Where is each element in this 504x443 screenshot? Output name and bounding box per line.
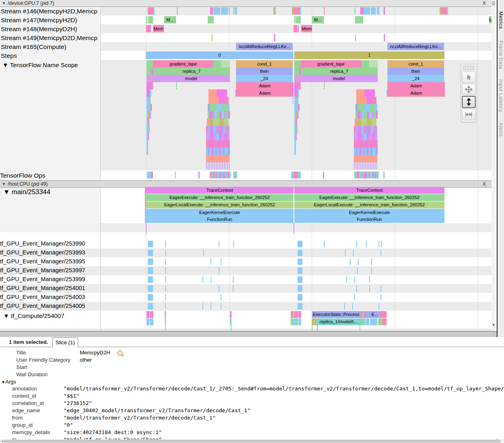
trace-bar[interactable]: [364, 318, 366, 325]
trace-bar[interactable]: ncclAllReduceRingLLKe...: [387, 43, 444, 50]
trace-bar[interactable]: [149, 111, 151, 119]
trace-bar[interactable]: [221, 294, 221, 301]
trace-bar[interactable]: [296, 25, 298, 32]
trace-bar[interactable]: [350, 259, 351, 265]
trace-bar[interactable]: [298, 89, 299, 97]
trace-bar[interactable]: [359, 162, 359, 170]
row-label[interactable]: Stream #165(Compute): [1, 43, 100, 51]
trace-bar[interactable]: EagerKernelExecute: [294, 209, 444, 216]
trace-bar[interactable]: [294, 68, 299, 75]
sidebar-tab-input-latency[interactable]: Input Latency: [498, 79, 504, 112]
trace-bar[interactable]: [375, 133, 377, 140]
trace-bar[interactable]: [294, 75, 298, 82]
trace-bar[interactable]: [298, 250, 302, 256]
trace-bar[interactable]: [228, 126, 230, 133]
trace-bar[interactable]: [147, 172, 151, 178]
trace-bar[interactable]: [233, 285, 234, 292]
trace-bar[interactable]: 0: [146, 51, 293, 59]
trace-bar[interactable]: [221, 60, 230, 68]
trace-bar[interactable]: [376, 148, 378, 155]
trace-bar[interactable]: [297, 97, 298, 104]
trace-bar[interactable]: [231, 325, 232, 331]
trace-bar[interactable]: [357, 162, 358, 170]
trace-bar[interactable]: [366, 311, 369, 318]
trace-bar[interactable]: [294, 7, 300, 15]
trace-bar[interactable]: [372, 162, 372, 170]
trace-bar[interactable]: [217, 104, 222, 111]
trace-bar[interactable]: [376, 111, 378, 119]
trace-bar[interactable]: [353, 250, 354, 256]
trace-bar[interactable]: [202, 276, 203, 283]
trace-bar[interactable]: cond_1: [236, 60, 293, 68]
trace-bar[interactable]: [364, 89, 375, 97]
args-section-header[interactable]: ▼Args: [1, 379, 16, 385]
trace-bar[interactable]: [359, 325, 360, 331]
trace-bar[interactable]: [366, 318, 369, 325]
row-label[interactable]: tf_GPU_Event_Manager/253997: [0, 267, 100, 273]
trace-bar[interactable]: EagerKernelExecute: [146, 209, 293, 216]
trace-bar[interactable]: [312, 325, 313, 331]
trace-bar[interactable]: [148, 259, 153, 265]
trace-bar[interactable]: [165, 285, 166, 292]
trace-bar[interactable]: [230, 318, 232, 325]
trace-bar[interactable]: [211, 303, 211, 309]
trace-bar[interactable]: [361, 119, 367, 126]
trace-bar[interactable]: [354, 162, 355, 170]
trace-bar[interactable]: [298, 294, 302, 301]
trace-bar[interactable]: gradient_tape: [153, 60, 213, 68]
trace-bar[interactable]: [209, 162, 210, 170]
trace-bar[interactable]: [230, 311, 232, 318]
trace-bar[interactable]: [221, 7, 228, 15]
trace-bar[interactable]: [208, 16, 214, 23]
trace-bar[interactable]: replica_1/model/t...: [316, 318, 361, 325]
trace-bar[interactable]: replica_7: [153, 68, 230, 75]
row-label[interactable]: TensorFlow Ops: [0, 172, 100, 179]
trace-bar[interactable]: [224, 119, 229, 126]
trace-bar[interactable]: [165, 250, 166, 256]
trace-bar[interactable]: ExecutorState::Process: [312, 311, 361, 318]
trace-bar[interactable]: Mem: [153, 25, 164, 32]
trace-bar[interactable]: [217, 162, 218, 170]
trace-bar[interactable]: [371, 259, 372, 265]
trace-bar[interactable]: [294, 16, 296, 23]
trace-bar[interactable]: [381, 285, 381, 292]
trace-bar[interactable]: [357, 119, 361, 126]
trace-bar[interactable]: [354, 133, 358, 140]
trace-bar[interactable]: [219, 267, 219, 274]
trace-bar[interactable]: [206, 155, 230, 162]
trace-bar[interactable]: [221, 162, 221, 170]
trace-bar[interactable]: [202, 303, 203, 309]
row-label[interactable]: Stream #146(MemcpyH2D,Memcp: [1, 8, 100, 15]
trace-bar[interactable]: [298, 25, 299, 32]
trace-bar[interactable]: [371, 267, 372, 274]
trace-bar[interactable]: [382, 318, 387, 325]
trace-bar[interactable]: [147, 68, 151, 75]
trace-bar[interactable]: [233, 7, 234, 15]
trace-bar[interactable]: EagerExecute: __inference_train_function…: [146, 194, 293, 201]
trace-bar[interactable]: [369, 60, 378, 68]
trace-bar[interactable]: [198, 172, 199, 178]
trace-bar[interactable]: [441, 7, 447, 15]
trace-bar[interactable]: [229, 162, 230, 170]
trace-bar[interactable]: [165, 318, 166, 325]
trace-bar[interactable]: TraceContext: [294, 187, 444, 194]
trace-bar[interactable]: [354, 276, 355, 283]
trace-bar[interactable]: [364, 7, 370, 15]
trace-bar[interactable]: [296, 318, 298, 325]
trace-bar[interactable]: [235, 172, 237, 178]
trace-bar[interactable]: [312, 318, 316, 325]
trace-bar[interactable]: 1: [294, 51, 444, 59]
trace-bar[interactable]: [372, 97, 376, 104]
trace-bar[interactable]: [298, 311, 301, 318]
trace-bar[interactable]: [369, 285, 370, 292]
collapse-triangle-icon[interactable]: ▼: [2, 1, 6, 5]
trace-bar[interactable]: [146, 16, 147, 23]
trace-bar[interactable]: [274, 34, 275, 41]
trace-bar[interactable]: [376, 162, 377, 170]
trace-bar[interactable]: [147, 60, 153, 68]
trace-bar[interactable]: [210, 133, 213, 140]
trace-bar[interactable]: replica_7: [301, 68, 378, 75]
trace-bar[interactable]: then: [387, 68, 444, 75]
trace-bar[interactable]: [300, 7, 301, 15]
trace-bar[interactable]: [148, 276, 153, 283]
